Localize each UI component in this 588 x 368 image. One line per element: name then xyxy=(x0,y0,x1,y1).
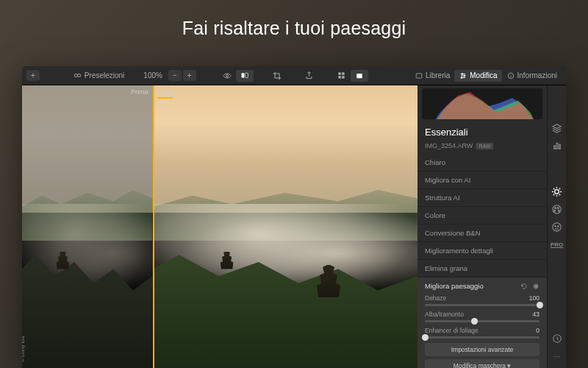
library-icon xyxy=(415,71,423,80)
edit-mask-button[interactable]: Modifica maschera ▾ xyxy=(425,359,539,368)
more-icon[interactable]: ⋯ xyxy=(551,350,563,362)
view-single-button[interactable] xyxy=(218,70,236,82)
presets-button[interactable]: Preselezioni xyxy=(69,70,129,82)
file-badge: RAW xyxy=(476,143,493,149)
svg-rect-5 xyxy=(338,72,340,74)
svg-rect-8 xyxy=(342,76,344,78)
advanced-settings-button[interactable]: Impostazioni avanzate xyxy=(425,343,539,356)
svg-point-1 xyxy=(78,74,81,77)
adjust-bn[interactable]: Conversione B&N xyxy=(417,224,547,242)
adjust-colore[interactable]: Colore xyxy=(417,207,547,224)
foliage-label: Enhancer di foliage xyxy=(425,327,478,334)
before-pane: Prima © Dany Eid xyxy=(22,85,153,368)
presets-label: Preselezioni xyxy=(85,71,124,79)
grid-icon xyxy=(337,71,346,80)
zoom-out-button[interactable]: − xyxy=(168,70,182,81)
svg-point-16 xyxy=(534,285,537,288)
zoom-level[interactable]: 100% xyxy=(139,70,167,81)
after-label: Dopo xyxy=(157,88,173,99)
view-compare-button[interactable] xyxy=(236,70,254,82)
color-tool-icon[interactable] xyxy=(551,203,563,215)
single-view-button[interactable] xyxy=(351,70,368,82)
svg-point-0 xyxy=(75,74,78,77)
svg-rect-17 xyxy=(553,146,555,149)
zoom-group: 100% − + xyxy=(139,70,196,81)
after-image xyxy=(153,85,417,368)
histogram-rail-icon[interactable] xyxy=(551,140,563,152)
svg-rect-6 xyxy=(342,72,344,74)
tab-info[interactable]: Informazioni xyxy=(502,70,562,82)
adjust-struttura-ai[interactable]: Struttura AI xyxy=(417,189,547,207)
history-icon[interactable] xyxy=(551,333,563,344)
landscape-enhancer-panel: Migliora paesaggio Dehaze 100 Alba/tramo… xyxy=(417,277,547,368)
export-button[interactable] xyxy=(301,70,318,82)
svg-point-24 xyxy=(558,210,559,211)
histogram[interactable] xyxy=(422,88,542,119)
content-area: Prima © Dany Eid Dopo xyxy=(22,85,566,368)
app-window: + Preselezioni 100% − + xyxy=(22,66,566,368)
grid-view-button[interactable] xyxy=(333,70,351,82)
tab-library[interactable]: Libreria xyxy=(410,70,454,82)
compare-icon xyxy=(240,71,249,80)
svg-rect-4 xyxy=(245,73,248,77)
photo-credit: © Dany Eid xyxy=(22,336,25,362)
dehaze-label: Dehaze xyxy=(425,294,446,302)
tab-edit[interactable]: Modifica xyxy=(454,70,501,82)
svg-point-23 xyxy=(557,207,559,208)
crop-button[interactable] xyxy=(268,70,286,82)
toolbar: + Preselezioni 100% − + xyxy=(22,66,566,85)
svg-point-2 xyxy=(226,74,228,77)
foliage-slider[interactable] xyxy=(425,336,539,339)
crop-icon xyxy=(273,71,282,80)
adjust-chiaro[interactable]: Chiaro xyxy=(417,154,547,171)
adjust-grana[interactable]: Elimina grana xyxy=(417,260,547,277)
single-icon xyxy=(355,71,364,80)
filename: IMG_3254.ARW xyxy=(425,142,473,149)
svg-point-20 xyxy=(555,189,559,194)
file-info: IMG_3254.ARW RAW xyxy=(417,141,547,154)
landscape-title: Migliora paesaggio xyxy=(425,282,484,290)
dehaze-slider[interactable] xyxy=(425,304,539,306)
svg-point-28 xyxy=(558,225,559,227)
panel-title: Essenziali xyxy=(417,122,547,141)
after-pane: Dopo xyxy=(153,85,417,368)
compare-divider[interactable] xyxy=(153,85,154,368)
light-tool-icon[interactable] xyxy=(551,185,563,197)
svg-rect-19 xyxy=(559,144,560,149)
tab-edit-label: Modifica xyxy=(470,71,497,79)
svg-point-22 xyxy=(555,207,556,208)
pro-tool-icon[interactable]: PRO xyxy=(551,238,563,250)
tool-rail: PRO ⋯ xyxy=(547,85,566,368)
landscape-reset-icon[interactable] xyxy=(520,283,539,290)
svg-rect-18 xyxy=(556,144,558,149)
adjust-dettagli[interactable]: Miglioramento dettagli xyxy=(417,242,547,260)
svg-rect-10 xyxy=(416,73,422,77)
golden-value: 43 xyxy=(533,311,539,318)
svg-rect-3 xyxy=(241,73,244,77)
svg-point-11 xyxy=(462,73,463,74)
before-image xyxy=(22,85,153,368)
adjustments-list: Chiaro Migliora con AI Struttura AI Colo… xyxy=(417,154,547,368)
promo-headline: Fai risaltare i tuoi paesaggi xyxy=(0,18,588,39)
svg-point-21 xyxy=(553,205,561,213)
canvas-area: Prima © Dany Eid Dopo xyxy=(22,85,417,368)
eye-icon xyxy=(223,71,232,80)
tab-library-label: Libreria xyxy=(426,71,450,79)
svg-rect-9 xyxy=(356,73,362,77)
portrait-tool-icon[interactable] xyxy=(551,221,563,233)
adjust-migliora-ai[interactable]: Migliora con AI xyxy=(417,171,547,189)
svg-point-12 xyxy=(464,75,465,77)
svg-point-27 xyxy=(555,225,556,227)
golden-slider[interactable] xyxy=(425,320,539,322)
add-button[interactable]: + xyxy=(26,70,40,81)
layers-icon[interactable] xyxy=(551,122,563,134)
svg-point-13 xyxy=(461,77,462,78)
golden-label: Alba/tramonto xyxy=(425,311,464,318)
foliage-value: 0 xyxy=(536,327,539,334)
sliders-icon xyxy=(459,71,467,80)
svg-rect-7 xyxy=(338,76,340,78)
zoom-in-button[interactable]: + xyxy=(183,70,196,81)
before-label: Prima xyxy=(131,88,148,96)
presets-icon xyxy=(74,71,82,80)
svg-point-26 xyxy=(553,222,561,230)
